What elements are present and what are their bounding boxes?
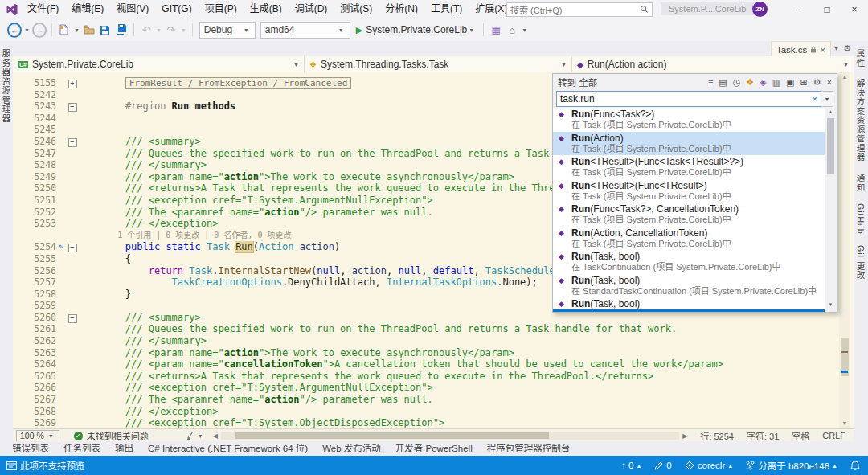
save-icon[interactable] xyxy=(98,23,113,37)
tool-window-tab[interactable]: 解决方案资源管理器 xyxy=(855,79,867,162)
menu-item-g[interactable]: GIT(G) xyxy=(155,0,198,18)
expand-region-icon[interactable]: + xyxy=(68,80,77,88)
indentation-indicator[interactable]: 空格 xyxy=(792,429,809,442)
recent-filter-icon[interactable]: ◷ xyxy=(733,77,741,88)
panel-tab[interactable]: 输出 xyxy=(108,441,141,456)
maximize-button[interactable]: □ xyxy=(813,0,841,18)
tool-window-tab[interactable]: 通知 xyxy=(855,174,867,192)
editor-horizontal-scrollbar[interactable] xyxy=(221,432,679,440)
codelens-references-indicator[interactable]: 1 个引用 | 0 项更改 | 0 名作者, 0 项更改 xyxy=(79,231,292,240)
project-dropdown[interactable]: C# System.Private.CoreLib ▼ xyxy=(13,56,305,72)
editor-vertical-scrollbar[interactable]: ▲ ▼ xyxy=(839,72,850,428)
menu-item-e[interactable]: 编辑(E) xyxy=(65,0,110,18)
find-in-files-icon[interactable]: ▦ xyxy=(489,23,503,37)
dock-icon[interactable]: ▣ xyxy=(786,77,794,88)
hscroll-thumb[interactable] xyxy=(235,432,549,439)
panel-tab[interactable]: C# Interactive (.NET Framework 64 位) xyxy=(141,441,315,456)
new-file-dropdown-icon[interactable]: ▼ xyxy=(74,27,80,33)
results-scroll-up-icon[interactable]: ▲ xyxy=(825,108,836,117)
push-commits-button[interactable]: ↑0▲ xyxy=(621,461,641,470)
scroll-up-icon[interactable]: ▲ xyxy=(839,72,850,82)
collapse-region-icon[interactable]: − xyxy=(68,138,77,147)
document-well-options-icon[interactable]: ⚙ xyxy=(843,43,851,54)
details-toggle-icon[interactable]: ▥ xyxy=(772,77,780,88)
home-icon[interactable]: ⌂ xyxy=(505,23,519,37)
menu-item-n[interactable]: 分析(N) xyxy=(379,0,424,18)
open-file-icon[interactable] xyxy=(82,23,96,37)
pending-edits-button[interactable]: 0 xyxy=(654,461,671,470)
line-ending-indicator[interactable]: CRLF xyxy=(822,431,845,440)
close-button[interactable]: × xyxy=(841,0,868,18)
menu-item-p[interactable]: 项目(P) xyxy=(199,0,244,18)
account-avatar[interactable]: ZN xyxy=(752,2,768,17)
search-result-item[interactable]: ◆Run(Task, bool)在 StandardTaskContinuati… xyxy=(553,274,825,298)
code-cleanup-icon[interactable]: ▼ xyxy=(186,431,205,440)
search-result-item[interactable]: ◆Run<TResult>(Func<Task<TResult>?>)在 Tas… xyxy=(553,155,825,179)
tab-list-dropdown-icon[interactable]: ▼ xyxy=(833,46,839,51)
menu-item-s[interactable]: 测试(S) xyxy=(334,0,379,18)
goto-search-input[interactable]: task.run × xyxy=(556,91,821,107)
search-input[interactable]: 搜索 (Ctrl+Q) xyxy=(506,2,653,17)
members-filter-icon[interactable]: ◈ xyxy=(760,77,766,88)
start-debugging-button[interactable]: ▶ System.Private.CoreLib ▼ xyxy=(356,24,476,35)
type-dropdown[interactable]: ❖ System.Threading.Tasks.Task ▼ xyxy=(305,56,572,72)
clear-query-icon[interactable]: × xyxy=(813,94,817,104)
search-result-item[interactable]: ◆Run(Task, bool)在 TaskContinuation (项目 S… xyxy=(553,250,825,274)
panel-tab[interactable]: 开发者 PowerShell xyxy=(388,441,480,456)
fold-margin[interactable]: − xyxy=(66,312,79,324)
scope-filter-icon[interactable]: ≡ xyxy=(708,77,713,87)
new-file-icon[interactable] xyxy=(57,23,72,37)
results-scrollbar-thumb[interactable] xyxy=(827,118,834,174)
repository-button[interactable]: coreclr▲ xyxy=(685,461,733,470)
navigate-forward-button[interactable]: → xyxy=(32,23,47,37)
menu-item-t[interactable]: 工具(T) xyxy=(424,0,469,18)
collapse-region-icon[interactable]: − xyxy=(68,244,77,252)
panel-tab[interactable]: 任务列表 xyxy=(56,441,108,456)
tool-window-tab[interactable]: Git 更改 xyxy=(855,245,867,280)
tool-window-tab[interactable]: GitHub xyxy=(856,203,866,235)
toolbar-overflow-icon[interactable]: ▼ xyxy=(522,27,527,33)
close-tab-icon[interactable]: × xyxy=(820,45,825,55)
collapse-region-icon[interactable]: − xyxy=(68,103,77,112)
close-icon[interactable]: × xyxy=(827,77,832,87)
search-result-item[interactable]: ◆Run(Func<Task?>)在 Task (项目 System.Priva… xyxy=(553,108,825,132)
query-dropdown-icon[interactable]: ▼ xyxy=(821,91,833,107)
member-dropdown[interactable]: ◆ Run(Action action) ▼ xyxy=(572,56,854,72)
panel-tab[interactable]: Web 发布活动 xyxy=(315,441,388,456)
search-result-item[interactable]: ◆Run(Action, CancellationToken)在 Task (项… xyxy=(553,227,825,251)
settings-gear-icon[interactable]: ⚙ xyxy=(813,77,821,88)
navigate-back-dropdown-icon[interactable]: ▼ xyxy=(24,27,30,33)
results-scrollbar[interactable]: ▲ ▼ xyxy=(825,108,836,309)
minimize-button[interactable]: – xyxy=(786,0,813,18)
zoom-level-dropdown[interactable]: 100 % ▼ xyxy=(16,430,59,442)
solution-config-dropdown[interactable]: Debug▼ xyxy=(199,22,256,39)
hscroll-right-icon[interactable]: ▶ xyxy=(682,432,687,440)
platform-dropdown[interactable]: amd64▼ xyxy=(260,22,350,39)
results-scroll-down-icon[interactable]: ▼ xyxy=(825,301,836,309)
search-result-item[interactable]: ◆Run<TResult>(Func<TResult>)在 Task (项目 S… xyxy=(553,179,825,203)
branch-button[interactable]: 分离于 b820e148▲ xyxy=(746,459,837,472)
file-filter-icon[interactable]: ▤ xyxy=(719,77,727,88)
fold-margin[interactable]: − xyxy=(66,100,79,113)
window-icon[interactable]: ⊞ xyxy=(800,77,807,88)
notifications-bell-icon[interactable] xyxy=(850,461,860,471)
scroll-down-icon[interactable]: ▼ xyxy=(839,419,850,428)
types-filter-icon[interactable]: ❖ xyxy=(746,77,754,88)
navigate-back-button[interactable]: ← xyxy=(7,23,22,37)
panel-tab[interactable]: 程序包管理器控制台 xyxy=(480,441,578,456)
fold-margin[interactable]: − xyxy=(66,241,79,253)
menu-item-f[interactable]: 文件(F) xyxy=(21,0,65,18)
tool-window-tab[interactable]: 服务器资源管理器 xyxy=(1,49,13,123)
menu-item-b[interactable]: 生成(B) xyxy=(244,0,289,18)
document-tab-task-cs[interactable]: Task.cs × xyxy=(771,41,831,57)
menu-item-d[interactable]: 调试(D) xyxy=(289,0,334,18)
fold-margin[interactable]: + xyxy=(66,77,79,89)
fold-margin[interactable]: − xyxy=(66,136,79,148)
search-result-item[interactable]: ◆Run(Action)在 Task (项目 System.Private.Co… xyxy=(553,132,825,156)
save-all-icon[interactable] xyxy=(114,23,129,37)
search-result-item[interactable]: ◆Run(Task, bool) xyxy=(553,297,825,309)
hscroll-left-icon[interactable]: ◀ xyxy=(213,432,218,440)
collapse-region-icon[interactable]: − xyxy=(68,314,77,323)
menu-item-v[interactable]: 视图(V) xyxy=(110,0,155,18)
tool-window-tab[interactable]: 属性 xyxy=(855,49,867,68)
